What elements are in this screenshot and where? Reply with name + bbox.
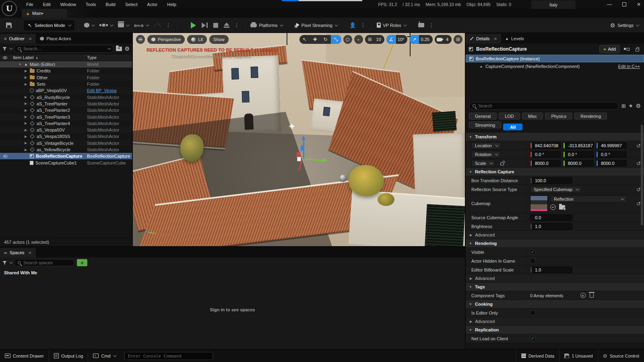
chip-lod[interactable]: LOD bbox=[499, 113, 520, 119]
cmd-dropdown[interactable]: > Cmd bbox=[88, 350, 120, 362]
scale-tool-button[interactable]: ⤡ bbox=[331, 35, 341, 44]
spaces-search[interactable] bbox=[14, 259, 74, 266]
source-type-dropdown[interactable]: Specified Cubemap bbox=[530, 186, 582, 193]
rotation-y-field[interactable]: 0.0 ° bbox=[563, 151, 594, 158]
section-replication[interactable]: ▼Replication bbox=[466, 326, 644, 334]
gizmo-origin-cube[interactable] bbox=[297, 157, 301, 161]
unsaved-button[interactable]: 1 Unsaved bbox=[559, 350, 598, 362]
add-space-button[interactable]: + bbox=[77, 259, 87, 266]
level-tab-main[interactable]: ▲ Main• bbox=[22, 9, 67, 18]
new-folder-icon[interactable] bbox=[116, 47, 122, 51]
surface-snap-button[interactable]: ⌁ bbox=[354, 35, 363, 44]
chip-physics[interactable]: Physics bbox=[545, 113, 572, 119]
unlock-icon[interactable] bbox=[500, 162, 504, 165]
toolbar-overflow-menu[interactable]: ⋮ bbox=[164, 22, 172, 28]
hidden-in-game-checkbox[interactable] bbox=[530, 258, 535, 263]
menu-file[interactable]: File bbox=[22, 0, 38, 9]
chip-rendering[interactable]: Rendering bbox=[574, 113, 607, 119]
reset-icon[interactable]: ↺ bbox=[636, 200, 641, 206]
media-capture-button[interactable] bbox=[415, 20, 427, 31]
paint-button[interactable]: ⟋⟍ bbox=[151, 20, 164, 31]
location-y-field[interactable]: -313.853187 bbox=[563, 142, 594, 149]
outliner-row-scenecapturecube[interactable]: SceneCaptureCube1SceneCaptureCube bbox=[0, 159, 132, 166]
display-options-icon[interactable]: ⊞ bbox=[621, 103, 626, 109]
light-actor-sprite[interactable] bbox=[291, 125, 293, 127]
rotation-z-field[interactable]: 0.0 ° bbox=[596, 151, 627, 158]
pixel-streaming-dropdown[interactable]: Pixel Streaming bbox=[292, 20, 340, 31]
stop-button[interactable] bbox=[211, 20, 221, 31]
add-element-icon[interactable]: + bbox=[580, 293, 586, 298]
outliner-row-treeplanter2[interactable]: ▶aS_TreePlanter2StaticMeshActor bbox=[0, 107, 132, 113]
outliner-search-input[interactable] bbox=[23, 46, 105, 51]
blueprints-button[interactable] bbox=[97, 20, 115, 31]
outliner-row-treeplanter4[interactable]: ▶aS_TreePlanter4StaticMeshActor bbox=[0, 120, 132, 127]
use-selected-asset-icon[interactable]: ↩ bbox=[550, 204, 556, 210]
content-drawer-button[interactable]: Content Drawer bbox=[0, 350, 49, 362]
cubemap-asset-dropdown[interactable]: Reflection bbox=[550, 195, 627, 203]
scene-capture-sphere[interactable] bbox=[340, 175, 347, 181]
outliner-row-treeplanter3[interactable]: ▶aS_TreePlanter3StaticMeshActor bbox=[0, 113, 132, 120]
outliner-row-vintagebicycle[interactable]: ▶aS_VintageBicycleStaticMeshActor bbox=[0, 140, 132, 146]
spaces-search-input[interactable] bbox=[23, 260, 80, 265]
section-rendering[interactable]: ▼Rendering bbox=[466, 239, 644, 248]
menu-tools[interactable]: Tools bbox=[81, 0, 101, 9]
outliner-row-main[interactable]: ▼▲Main (Editor)World bbox=[0, 61, 132, 68]
output-log-button[interactable]: Output Log bbox=[49, 350, 88, 362]
add-actor-button[interactable]: + bbox=[81, 20, 97, 31]
cubemap-thumbnail[interactable] bbox=[530, 195, 548, 212]
camera-speed-value[interactable]: 4 bbox=[444, 37, 452, 42]
location-dropdown[interactable]: Location bbox=[471, 142, 501, 149]
rotate-tool-button[interactable]: ↻ bbox=[320, 35, 331, 44]
settings-button[interactable]: ⚙ Settings bbox=[610, 22, 638, 29]
spaces-filter-icon[interactable] bbox=[2, 261, 7, 265]
tab-details[interactable]: Details ✕ bbox=[466, 34, 501, 43]
eject-button[interactable] bbox=[221, 20, 232, 31]
tab-spaces[interactable]: ∞ Spaces ✕ bbox=[0, 248, 36, 257]
reset-icon[interactable]: ↺ bbox=[636, 186, 641, 192]
column-item-label[interactable]: Item Label▲ bbox=[10, 54, 85, 61]
minimize-button[interactable]: — bbox=[607, 2, 612, 7]
move-tool-button[interactable]: ✚ bbox=[310, 35, 320, 44]
platforms-dropdown[interactable]: Platforms bbox=[248, 20, 285, 31]
tab-outliner[interactable]: ≡ Outliner ✕ bbox=[0, 34, 36, 43]
component-instance-row[interactable]: BoxReflectionCapture (Instance) bbox=[466, 55, 644, 62]
console-command-input[interactable] bbox=[128, 354, 209, 358]
section-transform[interactable]: ▼Transform bbox=[466, 133, 644, 141]
box-transition-field[interactable]: 100.0 bbox=[530, 177, 572, 184]
brightness-field[interactable]: 1.0 bbox=[530, 223, 572, 230]
grid-snap-icon[interactable]: ⊞ bbox=[365, 35, 375, 44]
outliner-row-other[interactable]: ▶OtherFolder bbox=[0, 74, 132, 81]
multi-user-button[interactable]: 👤 bbox=[347, 20, 359, 31]
media-capture-menu[interactable]: ⋮ bbox=[427, 22, 436, 28]
details-search[interactable] bbox=[469, 102, 619, 110]
grid-snap-value[interactable]: 10 bbox=[375, 37, 384, 42]
section-cooking[interactable]: ▼Cooking bbox=[466, 300, 644, 309]
favorites-star-icon[interactable]: ★ bbox=[629, 103, 633, 109]
location-z-field[interactable]: 49.999997 bbox=[596, 142, 627, 149]
menu-select[interactable]: Select bbox=[121, 0, 142, 9]
tab-levels[interactable]: ▲ Levels bbox=[501, 34, 528, 43]
filter-icon[interactable] bbox=[2, 47, 7, 51]
frame-skip-button[interactable] bbox=[199, 20, 211, 31]
viewport-options-button[interactable] bbox=[136, 35, 145, 44]
billboard-scale-field[interactable]: 1.0 bbox=[530, 267, 572, 273]
outliner-row-yellowbicycle[interactable]: ▶as_YellowBicycleStaticMeshActor bbox=[0, 146, 132, 153]
scale-dropdown[interactable]: Scale bbox=[471, 160, 495, 167]
source-control-button[interactable]: ⊘ Source Control bbox=[598, 350, 644, 362]
reset-icon[interactable]: ↺ bbox=[636, 142, 641, 148]
details-scrollbar[interactable] bbox=[641, 125, 643, 225]
section-reflection-capture[interactable]: ▼Reflection Capture bbox=[466, 168, 644, 176]
perspective-dropdown[interactable]: Perspective bbox=[147, 35, 185, 44]
gizmo-z-plane-handle[interactable] bbox=[301, 146, 304, 151]
scale-x-field[interactable]: 8000.0 bbox=[530, 160, 561, 167]
rotation-snap-icon[interactable]: ∠ bbox=[386, 35, 396, 44]
maximize-viewport-button[interactable]: ⊞ bbox=[454, 35, 462, 44]
outliner-row-treeplanter[interactable]: ▶aS_TreePlanterStaticMeshActor bbox=[0, 101, 132, 107]
menu-window[interactable]: Window bbox=[56, 0, 80, 9]
maximize-button[interactable] bbox=[622, 2, 626, 6]
sequencer-button[interactable]: o∞o bbox=[131, 20, 151, 31]
scale-y-field[interactable]: 8000.0 bbox=[563, 160, 594, 167]
chip-all[interactable]: All bbox=[503, 123, 522, 130]
details-search-input[interactable] bbox=[478, 103, 615, 108]
column-type[interactable]: Type bbox=[85, 54, 132, 61]
